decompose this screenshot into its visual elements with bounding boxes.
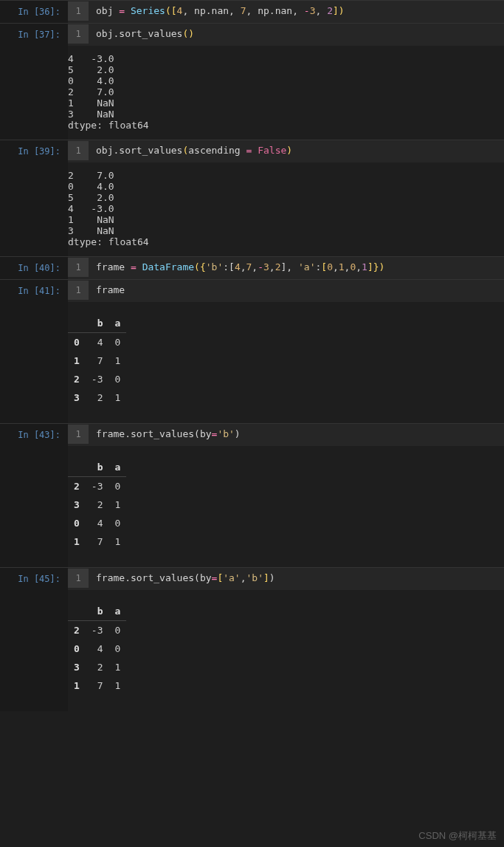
code-token: 'a' (223, 572, 240, 583)
code-token: obj (96, 5, 119, 16)
code-token: , (241, 261, 246, 272)
line-number: 1 (68, 569, 89, 588)
code-area[interactable]: 1obj.sort_values() (68, 24, 504, 46)
code-token: [ (171, 5, 177, 16)
output-cell: 2 7.0 0 4.0 5 2.0 4 -3.0 1 NaN 3 NaN dty… (0, 162, 504, 256)
table-cell: -3 (86, 477, 109, 496)
code-token: , (356, 261, 362, 272)
table-row: 2-30 (68, 621, 126, 640)
line-number: 1 (68, 141, 89, 160)
table-cell: 1 (108, 658, 126, 676)
code-content[interactable]: frame.sort_values(by='b') (89, 424, 248, 444)
code-token: , np.nan, (246, 5, 304, 16)
input-prompt: In [41]: (0, 280, 68, 302)
table-row: 040 (68, 333, 126, 352)
table-cell: 0 (108, 370, 126, 388)
code-area[interactable]: 1obj.sort_values(ascending = False) (68, 140, 504, 162)
output-cell: ba2-30321040171 (0, 446, 504, 567)
code-token: ) (286, 145, 292, 156)
row-index: 3 (68, 495, 86, 514)
table-row: 040 (68, 639, 126, 658)
table-cell: 1 (108, 352, 126, 370)
code-area[interactable]: 1frame.sort_values(by=['a','b']) (68, 568, 504, 590)
code-content[interactable]: frame.sort_values(by=['a','b']) (89, 568, 283, 588)
code-token: , np.nan, (182, 5, 240, 16)
code-token: frame.sort_values(by (96, 428, 212, 439)
code-token: ) (188, 28, 194, 39)
code-content[interactable]: frame (89, 280, 132, 300)
code-token: 1 (339, 261, 345, 272)
code-content[interactable]: obj.sort_values(ascending = False) (89, 140, 300, 160)
code-token: 'b' (217, 428, 234, 439)
code-content[interactable]: frame = DataFrame({'b':[4,7,-3,2], 'a':[… (89, 257, 392, 277)
output-text: 2 7.0 0 4.0 5 2.0 4 -3.0 1 NaN 3 NaN dty… (68, 170, 149, 247)
table-row: 040 (68, 514, 126, 532)
table-cell: 2 (86, 495, 109, 514)
code-token: }) (373, 261, 385, 272)
row-index: 3 (68, 658, 86, 676)
table-cell: 2 (86, 388, 109, 407)
table-row: 321 (68, 388, 126, 407)
column-header: a (108, 314, 126, 333)
input-cell: In [37]:1obj.sort_values() (0, 23, 504, 46)
output-prompt (0, 446, 68, 567)
code-area[interactable]: 1frame.sort_values(by='b') (68, 424, 504, 446)
code-token: - (258, 261, 263, 272)
input-prompt: In [39]: (0, 140, 68, 162)
table-row: 321 (68, 495, 126, 514)
row-index: 0 (68, 333, 86, 352)
output-cell: 4 -3.0 5 2.0 0 4.0 2 7.0 1 NaN 3 NaN dty… (0, 46, 504, 140)
output-prompt (0, 590, 68, 711)
input-prompt: In [37]: (0, 24, 68, 46)
code-token: obj.sort_values (96, 28, 182, 39)
table-row: 321 (68, 658, 126, 676)
line-number: 1 (68, 425, 89, 444)
table-row: 171 (68, 532, 126, 551)
output-prompt (0, 46, 68, 140)
input-cell: In [43]:1frame.sort_values(by='b') (0, 423, 504, 446)
output-cell: ba2-30040321171 (0, 590, 504, 711)
code-token: ) (235, 428, 241, 439)
row-index: 2 (68, 370, 86, 388)
row-index: 1 (68, 532, 86, 551)
code-token: ] (367, 261, 373, 272)
input-prompt: In [45]: (0, 568, 68, 590)
table-cell: 2 (86, 658, 109, 676)
dataframe-table: ba2-30040321171 (68, 602, 126, 695)
code-token: ascending (188, 145, 246, 156)
code-token: ] (333, 5, 339, 16)
table-cell: 0 (108, 639, 126, 658)
table-cell: 4 (86, 639, 109, 658)
code-token: , (252, 261, 258, 272)
input-cell: In [41]:1frame (0, 279, 504, 302)
code-area[interactable]: 1frame = DataFrame({'b':[4,7,-3,2], 'a':… (68, 257, 504, 279)
output-text: 4 -3.0 5 2.0 0 4.0 2 7.0 1 NaN 3 NaN dty… (68, 53, 149, 131)
table-cell: 0 (108, 514, 126, 532)
table-cell: 0 (108, 621, 126, 640)
code-token: 'b' (206, 261, 223, 272)
code-token: ] (263, 572, 269, 583)
code-token: False (258, 145, 286, 156)
row-index: 0 (68, 639, 86, 658)
table-cell: -3 (86, 370, 109, 388)
code-token: 2 (327, 5, 333, 16)
table-cell: -3 (86, 621, 109, 640)
output-content: 2 7.0 0 4.0 5 2.0 4 -3.0 1 NaN 3 NaN dty… (68, 162, 504, 256)
code-token: ({ (194, 261, 206, 272)
code-token: ) (269, 572, 275, 583)
code-area[interactable]: 1frame (68, 280, 504, 302)
code-token (125, 5, 131, 16)
code-content[interactable]: obj.sort_values() (89, 24, 201, 44)
code-content[interactable]: obj = Series([4, np.nan, 7, np.nan, -3, … (89, 1, 352, 21)
code-area[interactable]: 1obj = Series([4, np.nan, 7, np.nan, -3,… (68, 1, 504, 23)
table-row: 171 (68, 352, 126, 370)
code-token: frame.sort_values(by (96, 572, 212, 583)
code-token: 0 (327, 261, 333, 272)
code-token: 3 (263, 261, 269, 272)
code-token: , (333, 261, 339, 272)
line-number: 1 (68, 24, 89, 44)
code-token: 7 (241, 5, 246, 16)
code-token: 1 (362, 261, 367, 272)
code-token: ( (165, 5, 171, 16)
output-content: ba0401712-30321 (68, 302, 504, 423)
